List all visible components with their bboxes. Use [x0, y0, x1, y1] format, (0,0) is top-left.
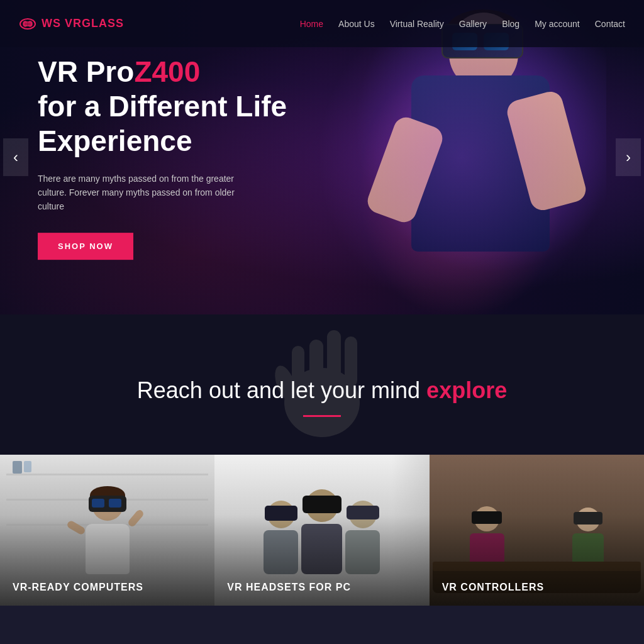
logo[interactable]: WS VRGLASS [19, 15, 124, 33]
main-nav: Home About Us Virtual Reality Gallery Bl… [300, 19, 625, 29]
hero-content: VR ProZ400 for a Different Life Experien… [38, 55, 287, 260]
card-vr-controllers[interactable]: VR CONTROLLERS [430, 455, 644, 606]
nav-home[interactable]: Home [300, 19, 323, 29]
header: WS VRGLASS Home About Us Virtual Reality… [0, 0, 644, 47]
nav-virtual-reality[interactable]: Virtual Reality [390, 19, 444, 29]
hero-prev-button[interactable]: ‹ [3, 138, 28, 176]
card-3-label: VR CONTROLLERS [442, 582, 544, 593]
nav-my-account[interactable]: My account [535, 19, 580, 29]
card-vr-headsets[interactable]: VR HEADSETS FOR PC [214, 455, 429, 606]
card-1-label: VR-READY COMPUTERS [13, 582, 143, 593]
nav-blog[interactable]: Blog [502, 19, 519, 29]
hero-section: ‹ › VR ProZ400 for a Different Life Expe… [0, 0, 644, 314]
logo-text: WS VRGLASS [42, 17, 124, 30]
tagline-title: Reach out and let your mind explore [19, 377, 625, 404]
nav-contact[interactable]: Contact [595, 19, 625, 29]
hero-title: VR ProZ400 for a Different Life Experien… [38, 55, 287, 159]
nav-about[interactable]: About Us [338, 19, 375, 29]
logo-icon [19, 15, 36, 33]
cards-section: VR-READY COMPUTERS [0, 455, 644, 606]
shop-now-button[interactable]: SHOP NOW [38, 233, 133, 260]
tagline-underline [303, 415, 341, 417]
hero-subtitle: There are many myths passed on from the … [38, 172, 252, 214]
card-vr-computers[interactable]: VR-READY COMPUTERS [0, 455, 214, 606]
card-2-label: VR HEADSETS FOR PC [227, 582, 351, 593]
tagline-section: Reach out and let your mind explore [0, 314, 644, 455]
hero-figure [317, 0, 606, 314]
hero-next-button[interactable]: › [616, 138, 641, 176]
nav-gallery[interactable]: Gallery [459, 19, 487, 29]
